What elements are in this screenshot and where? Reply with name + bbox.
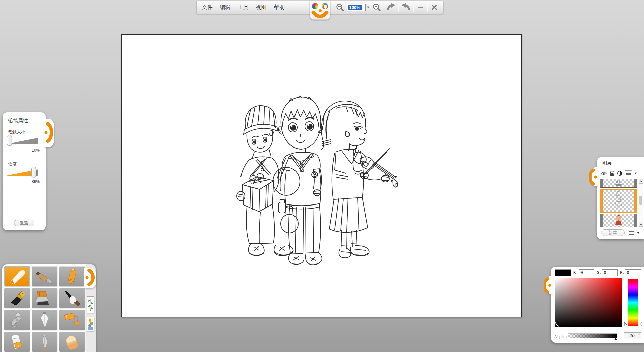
undo-button[interactable]: [384, 2, 398, 13]
softness-slider[interactable]: [7, 167, 38, 177]
alpha-marker-icon[interactable]: [614, 338, 618, 340]
menu-file[interactable]: 文件: [199, 2, 216, 13]
three-children-line-drawing: [235, 92, 450, 287]
redo-button[interactable]: [399, 2, 413, 13]
red-label: R:: [573, 270, 578, 275]
menu-view[interactable]: 视图: [253, 2, 270, 13]
layer-list-icon[interactable]: [625, 170, 632, 176]
softness-handle[interactable]: [31, 167, 36, 177]
layer-controls: ▼: [600, 170, 641, 177]
hue-marker-right-icon[interactable]: [639, 322, 642, 326]
flat-brush-icon: [35, 290, 54, 306]
alpha-value: 255: [628, 333, 636, 338]
paint-jar-icon: [7, 334, 27, 350]
layer-menu-arrow[interactable]: ▼: [634, 172, 637, 175]
alpha-spinner[interactable]: 255 ▲▼: [624, 332, 641, 339]
tool-paint-roller[interactable]: [59, 310, 85, 330]
girl-with-violin: [321, 101, 398, 258]
tool-palette-side-strip: [86, 264, 96, 352]
tool-fountain-pen[interactable]: [4, 288, 30, 308]
hue-marker-left-icon[interactable]: [624, 322, 627, 326]
clown-smile-icon: [310, 11, 330, 20]
red-field[interactable]: 0: [579, 269, 594, 276]
toolbar-separator: [413, 3, 414, 12]
layers-scroll-up[interactable]: [639, 179, 643, 184]
tool-wood-pencil-tip[interactable]: [32, 266, 57, 286]
tool-carving-knife[interactable]: [32, 332, 57, 352]
zoom-dropdown-arrow[interactable]: ▼: [366, 4, 370, 11]
menu-tools[interactable]: 工具: [235, 2, 252, 13]
unlock-icon[interactable]: [609, 171, 614, 176]
drawing-canvas[interactable]: [121, 34, 522, 317]
menu-help[interactable]: 帮助: [271, 2, 288, 13]
layer-thumbnail-sketch[interactable]: [600, 189, 637, 213]
layers-panel: 图层 ▼: [597, 157, 644, 239]
brush-size-handle[interactable]: [7, 135, 12, 146]
brush-size-label: 笔触大小: [8, 129, 25, 135]
toolbar-separator: [398, 3, 399, 12]
brush-size-slider[interactable]: [7, 136, 38, 146]
picture-stamp-icon: [88, 318, 93, 330]
toolbar-separator: [384, 3, 384, 12]
visibility-eye-icon[interactable]: [600, 171, 607, 176]
main-toolbar: 文件 编辑 工具 视图 帮助 100% ▼: [196, 1, 443, 14]
zoom-out-button[interactable]: [334, 2, 347, 13]
green-field[interactable]: 0: [602, 269, 618, 276]
stamp-picture[interactable]: [87, 317, 94, 331]
sailboat-icon: [614, 179, 623, 186]
zoom-in-button[interactable]: [370, 2, 383, 13]
stamp-bamboo[interactable]: [87, 296, 94, 313]
color-drag-handle[interactable]: [546, 276, 552, 294]
alpha-slider[interactable]: [568, 333, 617, 338]
tool-crayon[interactable]: [59, 266, 85, 286]
airbrush-icon: [7, 312, 27, 328]
eraser-icon: [62, 334, 82, 350]
pencil-properties-panel: 铅笔属性 笔触大小 10% 软度 86% 重置: [3, 112, 46, 230]
fountain-pen-icon: [7, 290, 27, 306]
redo-icon: [401, 3, 411, 12]
current-color-swatch[interactable]: [555, 269, 571, 276]
close-button[interactable]: [428, 2, 441, 13]
minimize-button[interactable]: [414, 2, 427, 13]
violin-girl-sketch-icon: [612, 190, 626, 211]
zoom-level-field[interactable]: 100%: [347, 4, 366, 11]
layer-thumbnail-sailboat[interactable]: [600, 179, 637, 188]
tool-paint-jar[interactable]: [4, 332, 30, 352]
tool-eraser[interactable]: [59, 332, 85, 352]
layer-options-icon[interactable]: [628, 230, 635, 236]
reset-button[interactable]: 重置: [14, 220, 34, 226]
blue-field[interactable]: 0: [625, 269, 641, 276]
layers-scrollbar-thumb[interactable]: [639, 196, 642, 205]
hue-bar[interactable]: [628, 279, 638, 326]
menu-edit[interactable]: 编辑: [217, 2, 234, 13]
layer-options-arrow[interactable]: ▼: [637, 231, 640, 235]
zoom-level-value: 100%: [348, 5, 362, 10]
clown-left-eye-icon: [312, 3, 318, 9]
saturation-value-square[interactable]: [555, 278, 622, 327]
layers-scrollbar-track[interactable]: [639, 184, 643, 222]
toolbar-separator: [270, 3, 270, 12]
tool-airbrush[interactable]: [4, 310, 30, 330]
alpha-spin-buttons[interactable]: ▲▼: [637, 333, 641, 339]
softness-label: 软度: [8, 161, 17, 167]
toolbar-separator: [216, 3, 216, 12]
crayon-icon: [62, 268, 82, 284]
color-picker-panel: R: 0 G: 0 B: 0 Alpha 255 ▲▼: [551, 267, 644, 343]
clown-logo-icon: [310, 1, 330, 20]
new-layer-button[interactable]: 新建: [601, 229, 625, 236]
tool-pencil[interactable]: [4, 266, 30, 286]
tool-flat-brush[interactable]: [32, 288, 57, 308]
layers-scroll-down[interactable]: [639, 222, 643, 227]
undo-icon: [386, 3, 396, 12]
tool-palette-panel: [2, 264, 96, 352]
layer-thumbnail-boy[interactable]: [600, 214, 637, 227]
tool-ink-brush[interactable]: [59, 288, 85, 308]
boy-with-gift: [237, 106, 293, 256]
drawing-app-desktop: { "toolbar": { "menus": ["文件", "编辑", "工具…: [0, 0, 644, 352]
palette-drag-handle[interactable]: [84, 268, 96, 288]
panel-drag-handle[interactable]: [44, 119, 54, 147]
ink-brush-icon: [62, 290, 82, 306]
tool-palette-knife[interactable]: [32, 310, 57, 330]
contrast-icon[interactable]: [617, 171, 622, 176]
layers-drag-handle[interactable]: [592, 167, 598, 186]
